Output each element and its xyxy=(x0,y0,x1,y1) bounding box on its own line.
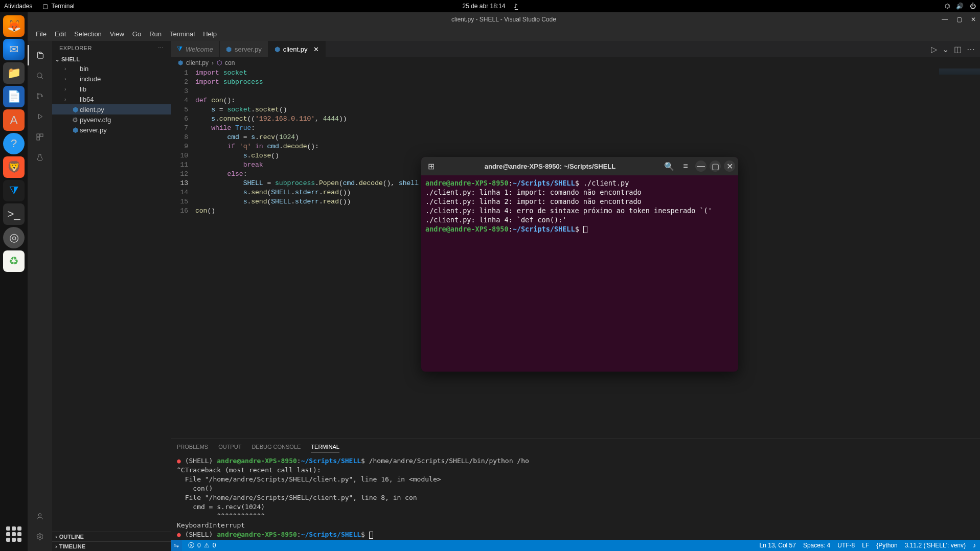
notifications-icon[interactable]: ♪̲ xyxy=(514,3,518,10)
dock-software[interactable]: A xyxy=(3,109,25,131)
tree-project-header[interactable]: ⌄ SHELL xyxy=(52,55,171,63)
panel-tabs: PROBLEMSOUTPUTDEBUG CONSOLETERMINAL xyxy=(171,439,980,454)
window-maximize[interactable]: ▢ xyxy=(955,16,963,23)
menu-file[interactable]: File xyxy=(32,30,51,38)
gnome-terminal-title: andre@andre-XPS-8950: ~/Scripts/SHELL xyxy=(441,163,659,170)
activity-scm[interactable] xyxy=(28,86,52,106)
window-close[interactable]: ✕ xyxy=(970,16,977,23)
chevron-right-icon: › xyxy=(55,534,57,540)
tree-item-pyvenv-cfg[interactable]: ⚙pyvenv.cfg xyxy=(52,114,171,125)
outline-section[interactable]: › OUTLINE xyxy=(52,532,171,541)
menu-help[interactable]: Help xyxy=(199,30,221,38)
dock-files[interactable]: 📁 xyxy=(3,62,25,84)
tree-item-client-py[interactable]: ⬢client.py xyxy=(52,104,171,114)
svg-rect-4 xyxy=(37,134,39,136)
status-interpreter[interactable]: 3.11.2 ('SHELL': venv) xyxy=(905,542,966,549)
breadcrumb-symbol: con xyxy=(225,59,235,66)
status-notifications-icon[interactable]: ♪ xyxy=(973,542,976,549)
new-tab-button[interactable]: ⊞ xyxy=(424,159,438,173)
chevron-down-icon[interactable]: ⌄ xyxy=(942,44,949,54)
dock-help[interactable]: ? xyxy=(3,133,25,154)
status-spaces[interactable]: Spaces: 4 xyxy=(803,542,830,549)
dock-disks[interactable]: ◎ xyxy=(3,227,25,248)
status-problems[interactable]: ⓧ0 ⚠0 xyxy=(188,541,216,550)
activity-debug[interactable] xyxy=(28,106,52,127)
status-encoding[interactable]: UTF-8 xyxy=(837,542,855,549)
activity-extensions[interactable] xyxy=(28,127,52,147)
dock-terminal[interactable]: >_ xyxy=(3,203,25,225)
panel-tab-output[interactable]: OUTPUT xyxy=(218,442,241,452)
activity-account[interactable] xyxy=(28,506,52,526)
volume-icon[interactable]: 🔊 xyxy=(956,3,964,10)
run-icon[interactable]: ▷ xyxy=(931,44,937,54)
svg-rect-6 xyxy=(37,137,39,140)
search-icon[interactable]: 🔍 xyxy=(663,159,676,173)
gnome-terminal-body[interactable]: andre@andre-XPS-8950:~/Scripts/SHELL$ ./… xyxy=(421,175,738,372)
activity-search[interactable] xyxy=(28,65,52,86)
gnome-topbar: Atividades ▢ Terminal 25 de abr 18:14 ♪̲… xyxy=(0,0,980,12)
tree-item-lib64[interactable]: ›lib64 xyxy=(52,94,171,104)
minimap[interactable] xyxy=(939,68,980,130)
breadcrumb[interactable]: ⬢ client.py › ⬡ con xyxy=(171,57,980,68)
menu-edit[interactable]: Edit xyxy=(51,30,70,38)
tree-item-server-py[interactable]: ⬢server.py xyxy=(52,125,171,135)
close-icon[interactable]: ✕ xyxy=(313,45,319,53)
network-icon[interactable]: ⌬ xyxy=(945,3,950,10)
vscode-titlebar: client.py - SHELL - Visual Studio Code —… xyxy=(28,12,980,27)
tree-item-include[interactable]: ›include xyxy=(52,74,171,84)
power-icon[interactable]: ⏻ xyxy=(970,3,976,10)
status-lang[interactable]: {Python xyxy=(876,542,897,549)
panel-tab-problems[interactable]: PROBLEMS xyxy=(177,442,208,452)
explorer-more-icon[interactable]: ⋯ xyxy=(158,45,164,52)
topbar-app-label: Terminal xyxy=(51,3,74,10)
editor-tabs: ⧩Welcome⬢server.py⬢client.py✕▷⌄◫⋯ xyxy=(171,41,980,57)
tab-welcome[interactable]: ⧩Welcome xyxy=(171,41,220,57)
integrated-terminal[interactable]: ● (SHELL) andre@andre-XPS-8950:~/Scripts… xyxy=(171,454,980,540)
menu-terminal[interactable]: Terminal xyxy=(166,30,199,38)
dock-libreoffice[interactable]: 📄 xyxy=(3,86,25,107)
menu-selection[interactable]: Selection xyxy=(70,30,105,38)
timeline-label: TIMELINE xyxy=(59,543,85,549)
dock-firefox[interactable]: 🦊 xyxy=(3,15,25,37)
window-minimize[interactable]: — xyxy=(695,160,706,172)
tab-server-py[interactable]: ⬢server.py xyxy=(220,41,268,57)
menu-icon[interactable]: ≡ xyxy=(679,159,692,173)
dock-vscode[interactable]: ⧩ xyxy=(3,180,25,201)
menu-view[interactable]: View xyxy=(106,30,128,38)
tree-project-name: SHELL xyxy=(61,56,80,62)
menu-go[interactable]: Go xyxy=(128,30,145,38)
activity-settings[interactable] xyxy=(28,526,52,547)
panel-tab-debug-console[interactable]: DEBUG CONSOLE xyxy=(252,442,301,452)
tree-item-lib[interactable]: ›lib xyxy=(52,84,171,94)
more-icon[interactable]: ⋯ xyxy=(967,44,975,54)
timeline-section[interactable]: › TIMELINE xyxy=(52,541,171,551)
window-close[interactable]: ✕ xyxy=(724,160,735,172)
vscode-title: client.py - SHELL - Visual Studio Code xyxy=(451,16,556,23)
topbar-app[interactable]: ▢ Terminal xyxy=(42,3,74,10)
window-minimize[interactable]: — xyxy=(941,16,948,23)
panel-tab-terminal[interactable]: TERMINAL xyxy=(311,442,339,452)
activity-explorer[interactable] xyxy=(28,45,52,65)
gnome-terminal-window: ⊞ andre@andre-XPS-8950: ~/Scripts/SHELL … xyxy=(421,157,738,372)
tab-client-py[interactable]: ⬢client.py✕ xyxy=(268,41,326,57)
explorer-label: EXPLORER xyxy=(59,45,92,51)
gnome-dock: 🦊 ✉ 📁 📄 A ? 🦁 ⧩ >_ ◎ ♻ xyxy=(0,12,28,551)
menu-run[interactable]: Run xyxy=(145,30,166,38)
dock-thunderbird[interactable]: ✉ xyxy=(3,39,25,60)
dock-show-apps[interactable] xyxy=(3,523,25,545)
status-remote[interactable]: ⇋ xyxy=(171,540,182,551)
activities-button[interactable]: Atividades xyxy=(4,3,32,10)
status-eol[interactable]: LF xyxy=(862,542,869,549)
dock-trash[interactable]: ♻ xyxy=(3,250,25,272)
topbar-datetime[interactable]: 25 de abr 18:14 xyxy=(462,3,505,10)
status-errors: 0 xyxy=(197,542,201,549)
status-cursor[interactable]: Ln 13, Col 57 xyxy=(760,542,796,549)
svg-point-8 xyxy=(39,536,41,538)
split-editor-icon[interactable]: ◫ xyxy=(954,44,962,54)
activity-testing[interactable] xyxy=(28,147,52,168)
window-maximize[interactable]: ▢ xyxy=(710,160,721,172)
chevron-down-icon: ⌄ xyxy=(55,57,59,62)
dock-brave[interactable]: 🦁 xyxy=(3,156,25,178)
tree-item-bin[interactable]: ›bin xyxy=(52,63,171,74)
outline-label: OUTLINE xyxy=(59,534,84,540)
